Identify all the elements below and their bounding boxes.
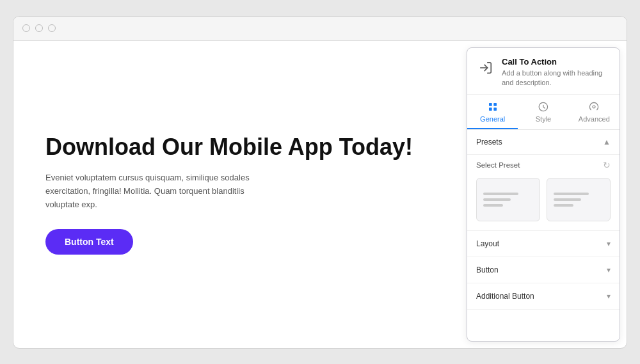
- svg-point-5: [593, 106, 595, 108]
- additional-button-chevron-down-icon: ▾: [607, 292, 611, 301]
- button-chevron-down-icon: ▾: [607, 265, 611, 274]
- preset-line: [483, 204, 503, 207]
- cta-icon: [476, 58, 495, 77]
- panel-description: Add a button along with heading and desc…: [502, 68, 611, 88]
- preset-thumb-1[interactable]: [476, 178, 540, 221]
- style-icon: [538, 101, 549, 113]
- preset-line: [483, 193, 518, 195]
- preset-thumbnails: [476, 178, 611, 221]
- app-window: Download Our Mobile App Today! Eveniet v…: [13, 16, 627, 349]
- preset-line: [483, 198, 511, 201]
- select-preset-label: Select Preset: [476, 161, 520, 169]
- tab-advanced[interactable]: Advanced: [569, 95, 620, 129]
- button-section[interactable]: Button ▾: [467, 257, 620, 283]
- svg-rect-1: [489, 103, 492, 106]
- tab-advanced-label: Advanced: [579, 115, 610, 123]
- svg-rect-2: [493, 103, 497, 106]
- svg-rect-4: [493, 108, 497, 111]
- select-preset-refresh-icon: ↻: [603, 160, 611, 170]
- preset-thumb-2[interactable]: [547, 178, 611, 221]
- preset-line: [554, 198, 581, 201]
- panel-body: Presets ▲ Select Preset ↻: [467, 130, 620, 340]
- presets-chevron-up-icon: ▲: [603, 138, 611, 146]
- preview-heading: Download Our Mobile App Today!: [45, 134, 435, 160]
- panel-header: Call To Action Add a button along with h…: [467, 48, 620, 95]
- tab-style-label: Style: [536, 115, 551, 123]
- general-icon: [487, 101, 499, 113]
- button-label: Button: [476, 265, 499, 274]
- panel-tabs: General Style: [467, 95, 620, 130]
- layout-section[interactable]: Layout ▾: [467, 231, 620, 257]
- preset-line: [554, 193, 589, 195]
- tab-general[interactable]: General: [467, 95, 518, 129]
- advanced-icon: [588, 101, 600, 113]
- panel-title: Call To Action: [502, 57, 611, 67]
- layout-label: Layout: [476, 239, 499, 248]
- content-area: Download Our Mobile App Today! Eveniet v…: [13, 41, 627, 348]
- layout-chevron-down-icon: ▾: [607, 239, 611, 248]
- window-dot-1: [22, 24, 30, 32]
- preview-panel: Download Our Mobile App Today! Eveniet v…: [13, 41, 467, 348]
- preview-description: Eveniet voluptatem cursus quisquam, simi…: [45, 171, 276, 211]
- window-dot-3: [48, 24, 56, 32]
- presets-content: Select Preset ↻: [467, 155, 620, 231]
- additional-button-section[interactable]: Additional Button ▾: [467, 283, 620, 310]
- window-dot-2: [35, 24, 43, 32]
- settings-panel: Call To Action Add a button along with h…: [467, 47, 620, 342]
- presets-label: Presets: [476, 138, 502, 146]
- tab-style[interactable]: Style: [518, 95, 568, 129]
- cta-button[interactable]: Button Text: [45, 229, 133, 255]
- additional-button-label: Additional Button: [476, 292, 534, 301]
- panel-header-text: Call To Action Add a button along with h…: [502, 57, 611, 88]
- preset-line: [554, 204, 573, 207]
- svg-rect-3: [489, 108, 492, 111]
- select-preset-row: Select Preset ↻: [476, 160, 611, 170]
- tab-general-label: General: [480, 115, 505, 123]
- presets-section-header[interactable]: Presets ▲: [467, 130, 620, 155]
- browser-chrome: [13, 17, 627, 41]
